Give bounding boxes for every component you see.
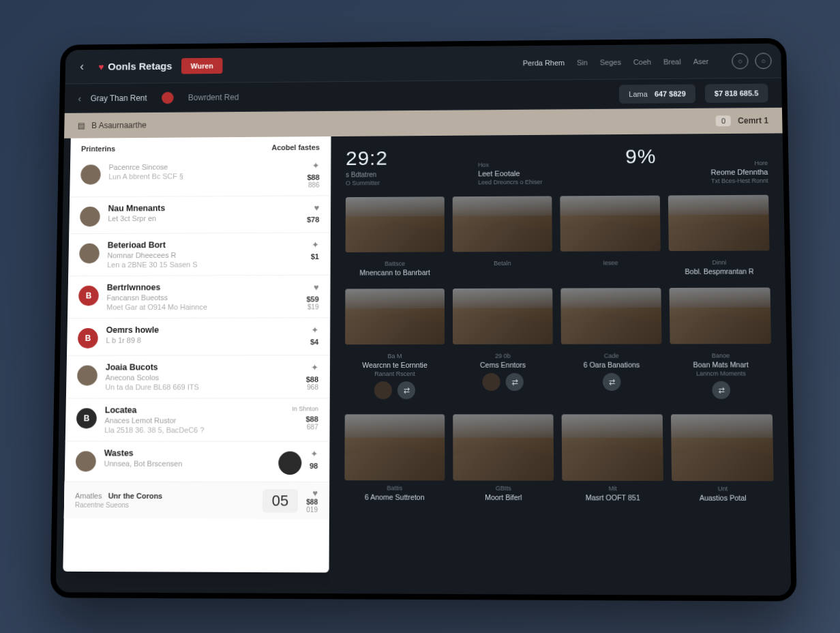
nav-item-2[interactable]: Seges bbox=[600, 58, 621, 66]
sidebar-header-right: Acobel fastes bbox=[271, 143, 319, 151]
property-thumb bbox=[345, 289, 445, 344]
notification-icon[interactable]: ○ bbox=[732, 53, 748, 69]
nav-item-0[interactable]: Perda Rhem bbox=[523, 59, 565, 67]
metric-pill-2[interactable]: $7 818 685.5 bbox=[705, 83, 768, 102]
profile-icon[interactable]: ○ bbox=[755, 53, 772, 69]
brand-label: Oonls Retags bbox=[108, 60, 172, 72]
filter-icon: ▤ bbox=[78, 121, 85, 130]
list-item[interactable]: Wastes Unnsea, Bot Brscensen ✦ 98 bbox=[65, 441, 329, 482]
agent-avatar bbox=[374, 381, 392, 399]
agent-action-icon[interactable]: ⇄ bbox=[397, 381, 415, 399]
count-badge: 05 bbox=[262, 489, 299, 513]
avatar bbox=[77, 366, 97, 386]
list-item[interactable]: B Locatea Anaces Lemot Rustor Lla 2518 3… bbox=[65, 398, 329, 441]
property-card[interactable] bbox=[560, 288, 661, 344]
list-item[interactable]: Beterioad Bort Nomnar Dheecees R Len a 2… bbox=[68, 233, 330, 276]
property-thumb bbox=[453, 289, 553, 344]
property-card[interactable] bbox=[453, 289, 553, 344]
brand[interactable]: ♥ Oonls Retags bbox=[98, 60, 172, 72]
property-card[interactable] bbox=[670, 288, 771, 344]
gallery-main: 29:2 s Bdtatren O Summitter Hox Leet Eoo… bbox=[329, 133, 792, 595]
sub-back-button[interactable]: ‹ bbox=[78, 93, 81, 104]
property-thumb bbox=[346, 196, 445, 252]
pill-value: 647 $829 bbox=[655, 89, 686, 98]
avatar bbox=[76, 451, 96, 471]
property-thumb bbox=[670, 288, 771, 344]
property-card[interactable]: GBttsMoort Biferl bbox=[453, 414, 554, 510]
avatar: B bbox=[76, 408, 97, 428]
agent-avatar bbox=[482, 373, 500, 391]
property-thumb bbox=[560, 196, 660, 252]
pill2-value: $7 818 685.5 bbox=[715, 89, 759, 97]
pin-icon: ✦ bbox=[306, 362, 318, 372]
avatar: B bbox=[78, 286, 99, 306]
property-card[interactable] bbox=[560, 196, 660, 252]
pin-icon: ✦ bbox=[310, 449, 318, 459]
list-item[interactable]: B Oemrs howle L b 1r 89 8 ✦ $4 bbox=[67, 318, 329, 355]
metric-pill-1[interactable]: Lama 647 $829 bbox=[619, 84, 695, 103]
nav-item-3[interactable]: Coeh bbox=[633, 57, 651, 65]
heart-icon: ♥ bbox=[306, 488, 318, 498]
pin-icon: ✦ bbox=[310, 325, 318, 335]
property-card[interactable] bbox=[453, 196, 552, 252]
heart-icon: ♥ bbox=[307, 203, 319, 213]
list-item[interactable]: Nau Mnenants Let 3ct Srpr en ♥ $78 bbox=[69, 196, 330, 234]
pin-icon: ✦ bbox=[307, 160, 319, 171]
stat-primary: 29:2 bbox=[346, 146, 457, 169]
breadcrumb-2[interactable]: Bowrdent Red bbox=[188, 92, 239, 102]
avatar bbox=[80, 207, 100, 227]
filter-label: B Asaurnaarthe bbox=[91, 121, 147, 130]
property-thumb bbox=[344, 414, 445, 480]
heart-icon: ♥ bbox=[306, 282, 318, 293]
agent-action-icon[interactable]: ⇄ bbox=[603, 373, 621, 391]
avatar: B bbox=[78, 328, 98, 349]
nav-item-4[interactable]: Breal bbox=[663, 57, 681, 65]
property-thumb bbox=[668, 195, 770, 251]
crumb-badge bbox=[162, 91, 174, 104]
avatar bbox=[79, 244, 100, 264]
avatar bbox=[80, 164, 101, 184]
breadcrumb-1[interactable]: Gray Than Rent bbox=[91, 93, 147, 102]
property-card[interactable]: Battis6 Anome Suttreton bbox=[344, 414, 445, 510]
top-menu: Perda Rhem Sin Seges Coeh Breal Aser bbox=[523, 57, 709, 67]
back-button[interactable]: ‹ bbox=[74, 57, 89, 76]
pill-label: Lama bbox=[629, 89, 648, 98]
pin-icon: ✦ bbox=[311, 239, 319, 250]
list-divider: Amatles Unr the Corons Racentne Sueons 0… bbox=[64, 482, 329, 519]
heart-icon: ♥ bbox=[98, 61, 104, 72]
list-item[interactable]: Joaia Bucots Anecona Scolos Un ta da Dur… bbox=[66, 355, 329, 398]
nav-item-1[interactable]: Sin bbox=[577, 58, 588, 66]
property-thumb bbox=[671, 414, 774, 481]
property-card[interactable] bbox=[668, 195, 770, 251]
result-count: 0 bbox=[716, 115, 731, 126]
action-circle-icon[interactable] bbox=[278, 452, 301, 475]
property-thumb bbox=[453, 196, 552, 252]
sidebar-header-left: Printerins bbox=[81, 145, 115, 153]
list-item[interactable]: Pacenrce Sincose Lun A bbrent Bc SCF § ✦… bbox=[70, 153, 330, 197]
agent-action-icon[interactable]: ⇄ bbox=[712, 381, 730, 399]
property-thumb bbox=[453, 414, 554, 480]
property-thumb bbox=[562, 414, 663, 481]
agent-action-icon[interactable]: ⇄ bbox=[506, 373, 524, 391]
stat-secondary: 9% bbox=[588, 145, 657, 168]
listing-sidebar: Printerins Acobel fastes Pacenrce Sincos… bbox=[63, 136, 331, 572]
filter-action[interactable]: Cemrt 1 bbox=[738, 116, 768, 126]
top-nav: ‹ ♥ Oonls Retags Wuren Perda Rhem Sin Se… bbox=[65, 44, 781, 85]
property-card[interactable]: UntAuastios Potal bbox=[671, 414, 774, 510]
nav-item-5[interactable]: Aser bbox=[693, 57, 709, 65]
property-card[interactable] bbox=[345, 289, 445, 344]
warning-badge[interactable]: Wuren bbox=[181, 57, 223, 74]
property-card[interactable]: MitMasrt OOFT 851 bbox=[562, 414, 664, 510]
property-card[interactable] bbox=[346, 196, 445, 252]
property-thumb bbox=[560, 288, 661, 344]
list-item[interactable]: B Bertrlwnnoes Fancansn Bueotss Moet Gar… bbox=[68, 276, 330, 319]
